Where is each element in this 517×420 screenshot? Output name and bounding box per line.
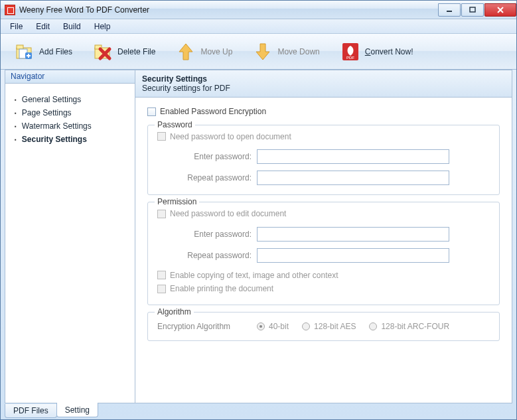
close-icon — [496, 7, 504, 13]
nav-item-page[interactable]: Page Settings — [12, 106, 128, 119]
app-window: Weeny Free Word To PDF Converter File Ed… — [0, 0, 517, 420]
delete-file-label: Delete File — [117, 47, 155, 56]
panel-subtitle: Security settings for PDF — [142, 84, 505, 93]
need-open-password-label: Need password to open document — [170, 132, 291, 141]
menu-edit[interactable]: Edit — [29, 20, 56, 33]
move-up-label: Move Up — [200, 47, 232, 56]
radio-icon — [257, 322, 265, 330]
window-title: Weeny Free Word To PDF Converter — [19, 5, 149, 15]
checkbox-icon — [157, 132, 166, 141]
folder-delete-icon — [92, 41, 113, 62]
navigator-panel: Navigator General Settings Page Settings… — [5, 70, 135, 403]
svg-marker-14 — [179, 44, 192, 60]
add-files-button[interactable]: Add Files — [5, 37, 82, 66]
edit-repeat-password-input[interactable] — [257, 248, 449, 263]
main-panel: Security Settings Security settings for … — [135, 70, 512, 403]
open-repeat-password-label: Repeat password: — [157, 173, 257, 182]
navigator-header: Navigator — [5, 70, 135, 84]
minimize-button[interactable] — [438, 3, 461, 17]
radio-icon — [369, 322, 377, 330]
open-enter-password-input[interactable] — [257, 149, 449, 164]
nav-item-watermark[interactable]: Watermark Settings — [12, 119, 128, 133]
nav-item-general[interactable]: General Settings — [12, 93, 128, 106]
algorithm-128arcfour-radio[interactable]: 128-bit ARC-FOUR — [369, 322, 449, 331]
password-group: Password Need password to open document … — [147, 125, 500, 196]
algorithm-label: Encryption Algorithm — [157, 322, 257, 331]
enable-copy-label: Enable copying of text, image and other … — [170, 271, 338, 280]
add-files-label: Add Files — [39, 47, 72, 56]
arrow-up-icon — [175, 41, 196, 62]
need-edit-password-label: Need password to edit document — [170, 209, 286, 218]
svg-rect-5 — [17, 45, 23, 49]
enable-copy-checkbox[interactable]: Enable copying of text, image and other … — [157, 271, 338, 280]
edit-enter-password-row: Enter password: — [157, 227, 490, 242]
open-repeat-password-input[interactable] — [257, 171, 449, 185]
close-button[interactable] — [484, 3, 516, 17]
algorithm-128arcfour-label: 128-bit ARC-FOUR — [381, 322, 449, 331]
edit-enter-password-input[interactable] — [257, 227, 449, 242]
convert-now-button[interactable]: PDF CConvert Now!onvert Now! — [331, 37, 423, 66]
panel-title: Security Settings — [142, 74, 505, 84]
svg-rect-1 — [470, 7, 475, 12]
bottom-tabs: PDF Files Setting — [1, 403, 516, 419]
algorithm-40bit-label: 40-bit — [269, 322, 289, 331]
algorithm-group: Algorithm Encryption Algorithm 40-bit 12… — [147, 312, 500, 341]
delete-file-button[interactable]: Delete File — [83, 37, 165, 66]
checkbox-icon — [157, 271, 166, 279]
menubar: File Edit Build Help — [1, 19, 516, 34]
edit-repeat-password-label: Repeat password: — [157, 251, 257, 260]
minimize-icon — [446, 7, 453, 13]
radio-icon — [302, 322, 310, 330]
panel-body: Enabled Password Encryption Password Nee… — [135, 98, 512, 350]
arrow-down-icon — [252, 41, 273, 62]
titlebar: Weeny Free Word To PDF Converter — [1, 1, 516, 19]
checkbox-icon — [147, 107, 156, 116]
app-icon — [5, 5, 15, 15]
panel-header: Security Settings Security settings for … — [135, 70, 512, 98]
move-down-label: Move Down — [277, 47, 319, 56]
menu-build[interactable]: Build — [56, 20, 88, 33]
enable-print-label: Enable printing the document — [170, 284, 273, 293]
nav-item-security[interactable]: Security Settings — [12, 133, 128, 146]
tab-pdf-files[interactable]: PDF Files — [5, 404, 57, 418]
need-edit-password-checkbox[interactable]: Need password to edit document — [157, 209, 286, 218]
open-enter-password-row: Enter password: — [157, 149, 490, 164]
edit-repeat-password-row: Repeat password: — [157, 248, 490, 263]
navigator-list: General Settings Page Settings Watermark… — [5, 84, 135, 155]
svg-text:PDF: PDF — [346, 56, 354, 60]
move-up-button[interactable]: Move Up — [166, 37, 242, 66]
menu-help[interactable]: Help — [88, 20, 117, 33]
algorithm-40bit-radio[interactable]: 40-bit — [257, 322, 289, 331]
open-enter-password-label: Enter password: — [157, 152, 257, 161]
permission-legend: Permission — [155, 197, 199, 206]
checkbox-icon — [157, 210, 166, 218]
checkbox-icon — [157, 285, 166, 293]
password-legend: Password — [155, 120, 195, 129]
menu-file[interactable]: File — [3, 20, 29, 33]
permission-group: Permission Need password to edit documen… — [147, 202, 500, 305]
toolbar: Add Files Delete File Move Up Move Down … — [1, 34, 516, 70]
tab-setting[interactable]: Setting — [56, 403, 98, 417]
algorithm-legend: Algorithm — [155, 307, 194, 316]
need-open-password-checkbox[interactable]: Need password to open document — [157, 132, 291, 141]
pdf-icon: PDF — [340, 41, 361, 62]
open-repeat-password-row: Repeat password: — [157, 171, 490, 185]
enable-encryption-checkbox[interactable]: Enabled Password Encryption — [147, 107, 266, 116]
maximize-button[interactable] — [461, 3, 484, 17]
algorithm-128aes-radio[interactable]: 128-bit AES — [302, 322, 356, 331]
window-controls — [438, 3, 516, 17]
maximize-icon — [469, 7, 476, 13]
convert-now-label: CConvert Now!onvert Now! — [365, 47, 413, 56]
algorithm-128aes-label: 128-bit AES — [314, 322, 356, 331]
svg-marker-15 — [256, 44, 269, 60]
edit-enter-password-label: Enter password: — [157, 230, 257, 239]
move-down-button[interactable]: Move Down — [243, 37, 329, 66]
content-area: Navigator General Settings Page Settings… — [5, 70, 512, 403]
folder-add-icon — [14, 41, 35, 62]
enable-encryption-label: Enabled Password Encryption — [160, 107, 266, 116]
enable-print-checkbox[interactable]: Enable printing the document — [157, 284, 273, 293]
